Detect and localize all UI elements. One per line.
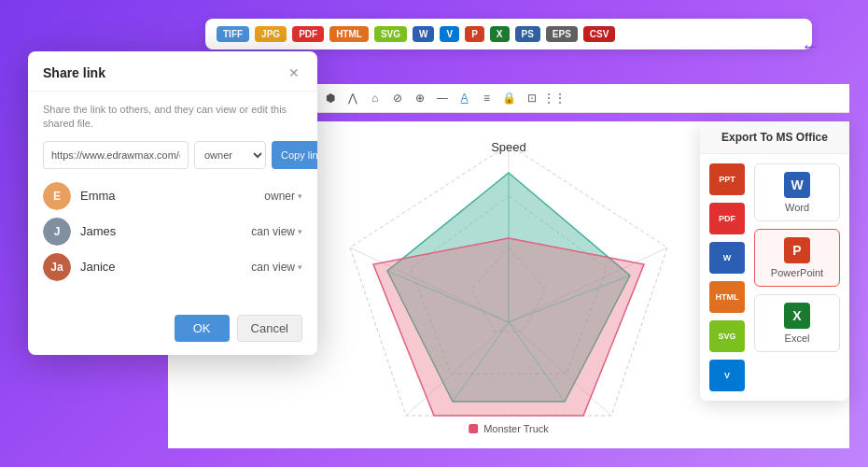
export-panel: Export To MS Office PPT PDF W HTML SVG V… [700,121,849,401]
user-name-emma: Emma [80,189,255,203]
export-format-toolbar: TIFF JPG PDF HTML SVG W V P X PS EPS CSV [205,19,812,50]
toolbar-align-icon[interactable]: ≡ [477,88,497,108]
modal-footer: OK Cancel [28,305,317,355]
format-html[interactable]: HTML [329,26,369,42]
export-option-powerpoint[interactable]: P PowerPoint [754,229,840,287]
export-small-ppt[interactable]: PPT [709,163,745,195]
link-input[interactable] [43,141,189,169]
word-label: Word [785,202,809,213]
avatar-emma: E [43,182,71,210]
word-icon: W [784,172,810,198]
toolbar-grid-icon[interactable]: ⊡ [522,88,542,108]
modal-header: Share link ✕ [28,51,317,92]
export-small-vsdx[interactable]: V [709,360,745,391]
export-small-html[interactable]: HTML [709,281,745,313]
chart-legend: Monster Truck [469,423,549,434]
toolbar-more-icon[interactable]: ⋮⋮ [544,88,565,108]
ok-button[interactable]: OK [175,315,230,342]
user-perm-janice[interactable]: can view ▾ [251,261,302,274]
toolbar-home-icon[interactable]: ⌂ [365,88,385,108]
modal-close-button[interactable]: ✕ [286,64,302,81]
powerpoint-label: PowerPoint [771,267,823,278]
user-row-janice: Ja Janice can view ▾ [43,253,302,281]
excel-label: Excel [785,333,810,344]
format-vsdx[interactable]: V [440,26,459,42]
format-jpg[interactable]: JPG [255,26,287,42]
format-xls[interactable]: X [490,26,510,42]
avatar-janice: Ja [43,253,71,281]
export-option-word[interactable]: W Word [754,163,840,221]
export-small-word[interactable]: W [709,242,745,274]
share-modal: Share link ✕ Share the link to others, a… [28,51,317,355]
format-tiff[interactable]: TIFF [217,26,249,42]
format-pdf[interactable]: PDF [292,26,324,42]
avatar-james: J [43,218,71,246]
format-ps[interactable]: PS [515,26,540,42]
user-name-james: James [80,224,242,238]
chevron-down-icon: ▾ [298,262,302,272]
user-row-emma: E Emma owner ▾ [43,182,302,210]
format-svg[interactable]: SVG [374,26,407,42]
copy-link-button[interactable]: Copy link [272,141,317,169]
export-panel-title: Export To MS Office [700,121,849,154]
toolbar-color-icon[interactable]: A [455,88,475,108]
link-row: owner can view can edit Copy link [43,141,302,169]
user-perm-james[interactable]: can view ▾ [251,225,302,238]
modal-description: Share the link to others, and they can v… [43,103,302,132]
toolbar-table-icon[interactable]: ⬢ [320,88,341,108]
powerpoint-icon: P [784,237,810,263]
toolbar-chart-icon[interactable]: ⋀ [343,88,363,108]
arrow-indicator: ← [801,35,819,57]
export-right-column: W Word P PowerPoint X Excel [754,163,840,391]
export-small-svg[interactable]: SVG [709,320,745,352]
export-left-column: PPT PDF W HTML SVG V [709,163,747,391]
link-permission-select[interactable]: owner can view can edit [194,141,266,169]
format-eps[interactable]: EPS [546,26,578,42]
user-row-james: J James can view ▾ [43,218,302,246]
format-csv[interactable]: CSV [583,26,616,42]
legend-dot-monster [469,424,478,433]
export-small-pdf[interactable]: PDF [709,203,745,234]
toolbar-line-icon[interactable]: — [432,88,453,108]
chart-label-speed: Speed [491,140,526,154]
user-list: E Emma owner ▾ J James can view [43,182,302,281]
modal-title: Share link [43,65,105,80]
modal-body: Share the link to others, and they can v… [28,92,317,305]
chevron-down-icon: ▾ [298,191,302,201]
toolbar-lock-icon[interactable]: 🔒 [499,88,520,108]
format-word[interactable]: W [413,26,434,42]
cancel-button[interactable]: Cancel [237,315,302,342]
excel-icon: X [784,303,810,329]
toolbar-pen-icon[interactable]: ⊕ [410,88,430,108]
chevron-down-icon: ▾ [298,227,302,236]
toolbar-fill-icon[interactable]: ⊘ [387,88,408,108]
legend-label-monster: Monster Truck [483,423,549,434]
user-perm-emma[interactable]: owner ▾ [264,190,302,203]
user-name-janice: Janice [80,260,242,274]
export-option-excel[interactable]: X Excel [754,294,840,352]
export-panel-body: PPT PDF W HTML SVG V W Word P PowerPoint… [700,154,849,401]
format-ppt[interactable]: P [465,26,484,42]
